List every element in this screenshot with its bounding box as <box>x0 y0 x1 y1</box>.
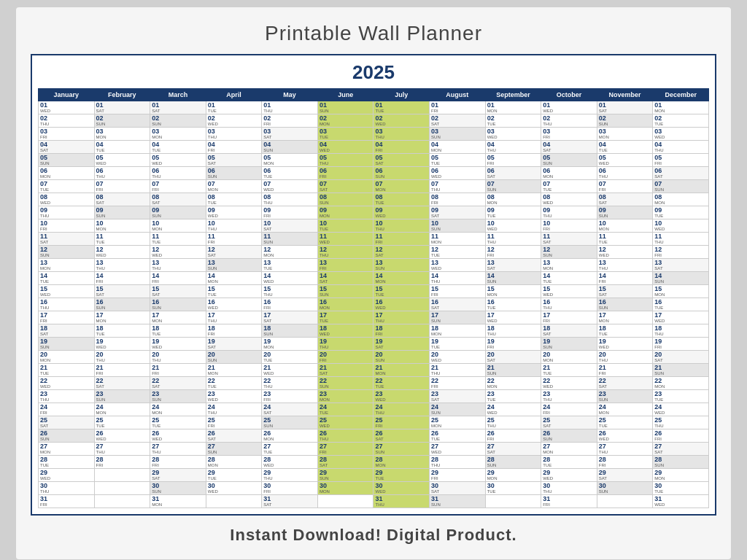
day-cell: 15WED <box>541 285 597 298</box>
day-cell: 24THU <box>206 403 262 416</box>
day-cell: 28TUE <box>541 456 597 469</box>
day-cell: 03MON <box>597 128 653 141</box>
day-cell: 05THU <box>317 154 374 167</box>
day-cell: 10THU <box>206 219 262 233</box>
header-july: July <box>374 89 430 101</box>
table-row: 31FRI31MON31SAT31THU31SUN31FRI31WED <box>39 495 709 508</box>
day-cell: 20WED <box>430 351 486 364</box>
day-cell: 30MON <box>317 482 374 495</box>
day-cell: 09MON <box>317 206 374 219</box>
day-cell: 02FRI <box>262 114 318 128</box>
day-cell: 04MON <box>430 141 486 154</box>
day-cell: 12TUE <box>430 246 486 259</box>
day-cell: 28WED <box>262 456 318 469</box>
day-cell: 31THU <box>374 495 430 508</box>
day-cell: 19THU <box>317 338 374 351</box>
day-cell: 29FRI <box>430 469 486 482</box>
day-cell: 15MON <box>485 285 541 298</box>
day-cell: 11THU <box>653 233 709 246</box>
day-cell: 03THU <box>206 128 262 141</box>
day-cell: 10WED <box>485 219 541 233</box>
day-cell: 26WED <box>150 429 206 443</box>
day-cell: 16THU <box>39 298 95 311</box>
day-cell: 25WED <box>317 416 374 429</box>
day-cell: 14MON <box>206 272 262 285</box>
table-row: 20MON20THU20THU20SUN20TUE20FRI20SUN20WED… <box>39 351 709 364</box>
header-august: August <box>430 89 486 101</box>
day-cell: 15TUE <box>206 285 262 298</box>
day-cell: 15THU <box>262 285 318 298</box>
day-cell: 31WED <box>653 495 709 508</box>
table-row: 17FRI17MON17MON17THU17SAT17TUE17THU17SUN… <box>39 311 709 324</box>
day-cell: 22MON <box>653 377 709 390</box>
day-cell: 06SAT <box>485 167 541 180</box>
day-cell: 04SAT <box>39 141 95 154</box>
day-cell: 15SAT <box>94 285 150 298</box>
day-cell: 02SUN <box>94 114 150 128</box>
day-cell: 12FRI <box>485 246 541 259</box>
day-cell: 20MON <box>541 351 597 364</box>
day-cell: 27MON <box>541 443 597 456</box>
day-cell: 14SUN <box>653 272 709 285</box>
day-cell: 06SAT <box>653 167 709 180</box>
table-row: 13MON13THU13THU13SUN13TUE13FRI13SUN13WED… <box>39 259 709 272</box>
calendar-table: January February March April May June Ju… <box>38 88 709 508</box>
day-cell: 27THU <box>597 443 653 456</box>
day-cell: 25SAT <box>541 416 597 429</box>
day-cell: 07TUE <box>541 180 597 193</box>
day-cell <box>94 469 150 482</box>
day-cell: 02SUN <box>150 114 206 128</box>
day-cell: 11THU <box>485 233 541 246</box>
day-cell: 20MON <box>39 351 95 364</box>
day-cell: 01TUE <box>206 101 262 114</box>
day-cell: 29TUE <box>374 469 430 482</box>
header-november: November <box>597 89 653 101</box>
day-cell: 20FRI <box>317 351 374 364</box>
day-cell: 05SAT <box>374 154 430 167</box>
day-cell: 19SUN <box>541 338 597 351</box>
day-cell: 27FRI <box>317 443 374 456</box>
day-cell: 18FRI <box>374 324 430 338</box>
day-cell: 21THU <box>430 364 486 377</box>
day-cell: 02TUE <box>653 114 709 128</box>
day-cell: 16FRI <box>262 298 318 311</box>
day-cell: 19MON <box>262 338 318 351</box>
day-cell: 04FRI <box>374 141 430 154</box>
day-cell: 28SUN <box>653 456 709 469</box>
day-cell: 02SAT <box>430 114 486 128</box>
day-cell: 06SUN <box>206 167 262 180</box>
day-cell: 30FRI <box>262 482 318 495</box>
day-cell: 29WED <box>541 469 597 482</box>
header-january: January <box>39 89 95 101</box>
day-cell: 25MON <box>430 416 486 429</box>
day-cell: 24TUE <box>317 403 374 416</box>
day-cell: 03MON <box>150 128 206 141</box>
day-cell: 11SAT <box>39 233 95 246</box>
table-row: 05SUN05WED05WED05SAT05MON05THU05SAT05TUE… <box>39 154 709 167</box>
day-cell: 01MON <box>485 101 541 114</box>
day-cell: 18TUE <box>597 324 653 338</box>
day-cell: 04FRI <box>206 141 262 154</box>
table-row: 19SUN19WED19WED19SAT19MON19THU19SAT19TUE… <box>39 338 709 351</box>
day-cell: 20THU <box>597 351 653 364</box>
day-cell: 04SUN <box>262 141 318 154</box>
day-cell: 23SAT <box>430 390 486 403</box>
day-cell: 23THU <box>39 390 95 403</box>
day-cell: 21TUE <box>541 364 597 377</box>
day-cell: 12THU <box>317 246 374 259</box>
day-cell: 07THU <box>430 180 486 193</box>
footer-text: Instant Download! Digital Product. <box>31 526 716 545</box>
day-cell: 22THU <box>262 377 318 390</box>
day-cell: 10MON <box>597 219 653 233</box>
day-cell: 17FRI <box>39 311 95 324</box>
day-cell: 30WED <box>374 482 430 495</box>
table-row: 09THU09SUN09SUN09WED09FRI09MON09WED09SAT… <box>39 206 709 219</box>
table-row: 30THU30SUN30WED30FRI30MON30WED30SAT30TUE… <box>39 482 709 495</box>
day-cell: 12SAT <box>374 246 430 259</box>
day-cell: 10SUN <box>430 219 486 233</box>
day-cell: 17SAT <box>262 311 318 324</box>
day-cell: 01MON <box>653 101 709 114</box>
day-cell: 28MON <box>206 456 262 469</box>
day-cell: 10TUE <box>317 219 374 233</box>
header-april: April <box>206 89 262 101</box>
